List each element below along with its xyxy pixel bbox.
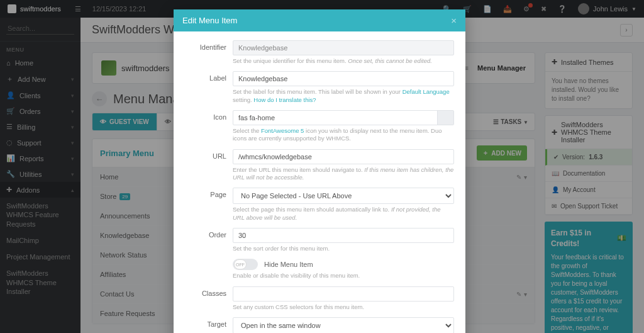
edit-menu-item-modal: Edit Menu Item × Identifier Set the uniq… [174,9,465,333]
label-input[interactable] [233,71,454,86]
icon-label: Icon [185,110,233,143]
page-label: Page [185,188,233,222]
identifier-label: Identifier [185,40,233,65]
hide-help: Enable or disable the visibility of this… [233,272,454,279]
hide-toggle-label: Hide Menu Item [264,261,313,268]
translate-link[interactable]: How do I translate this? [253,96,316,103]
classes-help: Set any custom CSS selectors for this me… [233,303,454,311]
target-label: Target [185,317,233,333]
page-select[interactable]: No Page Selected - Use URL Above [233,188,454,204]
icon-preview [437,111,453,125]
url-input[interactable] [233,149,454,164]
hide-toggle[interactable]: OFF [233,259,258,270]
classes-label: Classes [185,286,233,311]
order-label: Order [185,228,233,252]
fontawesome-link[interactable]: FontAwesome 5 [261,127,304,134]
icon-input[interactable] [233,110,454,125]
label-label: Label [185,71,233,104]
close-icon[interactable]: × [451,15,457,26]
default-language-link[interactable]: Default Language [402,88,450,95]
icon-help: Select the FontAwesome 5 icon you wish t… [233,127,454,143]
label-help: Set the label for this menu item. This l… [233,88,454,104]
order-help: Set the sort order for this menu item. [233,245,454,252]
target-select[interactable]: Open in the same window [233,317,454,333]
hide-label-blank [185,259,233,279]
modal-title: Edit Menu Item [182,16,237,25]
identifier-help: Set the unique identifier for this menu … [233,57,454,65]
identifier-input [233,40,454,55]
order-input[interactable] [233,228,454,243]
classes-input[interactable] [233,286,454,302]
url-label: URL [185,149,233,182]
page-help: Select the page this menu item should au… [233,206,454,222]
url-help: Enter the URL this menu item should navi… [233,166,454,182]
